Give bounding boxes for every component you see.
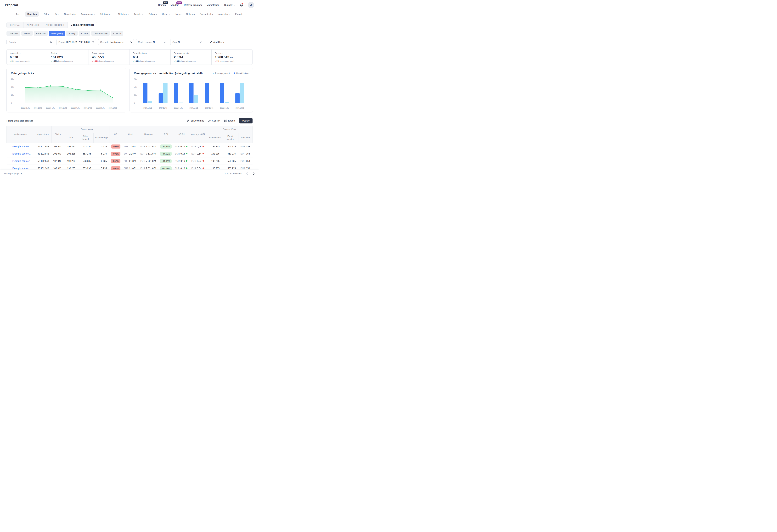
kpi-value: 651: [133, 55, 167, 59]
clear-icon[interactable]: [199, 41, 202, 43]
top-nav-referral-program[interactable]: Referral program: [184, 4, 202, 6]
top-nav-marketplace[interactable]: Marketplace: [207, 4, 219, 6]
section-tab-appsflyer[interactable]: APPSFLYER: [23, 22, 42, 28]
top-nav-support[interactable]: Support: [224, 4, 235, 6]
view-tab-custom[interactable]: Custom: [111, 31, 123, 36]
chart-title: Re-engagment vs. re-attribution (retarge…: [134, 72, 203, 75]
cell-cost: EUR21 874: [122, 150, 139, 157]
main-nav-label: Automation: [81, 13, 93, 15]
main-nav-label: Tickets: [134, 13, 141, 15]
next-page-button[interactable]: [253, 172, 255, 175]
main-nav-billing[interactable]: Billing: [148, 13, 157, 15]
currency-label: EUR: [175, 167, 180, 169]
roi-badge: -84,52%: [160, 152, 172, 156]
main-nav-users[interactable]: Users: [162, 13, 171, 15]
period-field[interactable]: Period 2020.12.01–2021.03.01: [56, 39, 96, 45]
prev-page-button[interactable]: [246, 172, 248, 175]
col-header-media-source: Media source: [7, 126, 34, 143]
main-nav-statistics[interactable]: Statistics: [25, 11, 39, 17]
app-root: Preprod NewBrandsNewVendorsReferral prog…: [0, 0, 259, 172]
main-nav-queue-tasks[interactable]: Queue tasks: [200, 13, 213, 15]
cell-value: 7 531 874: [146, 160, 156, 162]
main-nav-settings[interactable]: Settings: [186, 13, 195, 15]
group-by-field[interactable]: Group by Media source: [98, 39, 134, 45]
main-nav-affiliates[interactable]: Affiliates: [118, 13, 129, 15]
media-source-link[interactable]: Example source 1: [7, 143, 34, 150]
legend-item-re-attribution[interactable]: Re-attribution: [233, 72, 248, 75]
app-logo[interactable]: Preprod: [5, 3, 18, 7]
svg-text:2020.18.01: 2020.18.01: [96, 107, 105, 109]
kpi-label: Re-engagments: [174, 52, 208, 54]
view-tab-events[interactable]: Events: [21, 31, 32, 36]
col-header-cr: CR: [109, 126, 122, 143]
kpi-unit: USD: [230, 56, 234, 59]
group-by-label: Group by: [100, 41, 110, 43]
main-nav-offers[interactable]: Offers: [44, 13, 50, 15]
cr-badge: 0,02%: [111, 144, 120, 148]
currency-label: EUR: [240, 167, 245, 169]
section-tab-mobile-attribution[interactable]: MOBILE ATTRIBUTION: [67, 22, 97, 28]
view-tab-retention[interactable]: Retention: [34, 31, 48, 36]
legend-marker: [234, 73, 235, 74]
main-nav-attribution[interactable]: Attribution: [100, 13, 113, 15]
top-nav-vendors[interactable]: NewVendors: [171, 4, 179, 6]
cell-value: 7 531 874: [146, 145, 156, 148]
cell-conversions-click-through: 553 235: [78, 143, 93, 150]
green-status-dot: [186, 160, 188, 162]
main-nav-exports[interactable]: Exports: [235, 13, 243, 15]
update-button[interactable]: Update: [239, 118, 252, 123]
view-tab-activity[interactable]: Activity: [66, 31, 78, 36]
results-summary: Found 59 media sources: [6, 119, 33, 122]
svg-text:2020.18.01: 2020.18.01: [109, 107, 117, 109]
kpi-value: 1 260 543USD: [215, 55, 249, 59]
legend-label: Re-engagement: [215, 72, 230, 75]
search-input[interactable]: [6, 39, 54, 45]
kpi-delta-pct: 1%: [216, 60, 219, 62]
media-source-link[interactable]: Example source 1: [7, 157, 34, 164]
arrow-up-icon: ↑: [174, 60, 175, 62]
main-nav-text[interactable]: Text: [16, 13, 20, 15]
top-nav-label: Brands: [158, 4, 165, 6]
cell-content-view-event-counter: 553 235: [222, 143, 238, 150]
main-nav-smartlinks[interactable]: SmartLinks: [64, 13, 76, 15]
currency-label: EUR: [124, 167, 128, 169]
main-nav-text[interactable]: Text: [55, 13, 60, 15]
avatar[interactable]: VP: [248, 2, 254, 8]
main-nav-news[interactable]: News: [176, 13, 181, 15]
view-tab-cohort[interactable]: Cohort: [79, 31, 90, 36]
section-tab-general[interactable]: GENERAL: [7, 22, 23, 28]
section-tab-affise-checker[interactable]: AFFISE CHECKER: [42, 22, 67, 28]
svg-text:10k: 10k: [11, 94, 14, 96]
main-nav-notifications[interactable]: Notifications: [218, 13, 230, 15]
edit-columns-button[interactable]: Edit columns: [187, 119, 204, 122]
table-row: Example source 158 102 943102 943198 235…: [7, 157, 252, 164]
main-nav-automation[interactable]: Automation: [81, 13, 95, 15]
top-header: Preprod NewBrandsNewVendorsReferral prog…: [0, 0, 259, 10]
legend-item-re-engagement[interactable]: Re-engagement: [213, 72, 230, 75]
add-filters-label: Add filters: [213, 41, 224, 43]
cell-average-ecpi: EUR0,54: [190, 157, 206, 164]
export-button[interactable]: Export: [224, 119, 235, 122]
view-tab-overview[interactable]: Overview: [6, 31, 20, 36]
media-source-filter[interactable]: Media source All: [136, 39, 169, 45]
view-tab-downloadable[interactable]: Downloadable: [91, 31, 110, 36]
add-filters-button[interactable]: Add filters: [210, 41, 224, 43]
main-nav-label: Notifications: [218, 13, 230, 15]
main-nav-tickets[interactable]: Tickets: [134, 13, 143, 15]
col-header-cost: Cost: [122, 126, 139, 143]
svg-text:25k: 25k: [134, 94, 137, 96]
top-nav-brands[interactable]: NewBrands: [158, 4, 165, 6]
get-link-button[interactable]: Get link: [208, 119, 220, 122]
rows-per-page-select[interactable]: Rows per page: 50: [4, 172, 25, 175]
notifications-bell-button[interactable]: [240, 3, 243, 7]
clear-icon[interactable]: [163, 41, 166, 43]
cell-impressions: 58 102 943: [34, 143, 51, 150]
media-source-link[interactable]: Example source 1: [7, 150, 34, 157]
top-nav-label: Marketplace: [207, 4, 219, 6]
pagination-range: 1-50 of 200 items: [225, 172, 241, 175]
media-source-filter-label: Media source: [138, 41, 152, 43]
green-status-dot: [186, 146, 188, 147]
geo-filter[interactable]: Geo All: [170, 39, 204, 45]
cell-content-view-revenue: EUR353: [238, 150, 252, 157]
view-tab-retargeting[interactable]: Retargeting: [49, 31, 65, 36]
